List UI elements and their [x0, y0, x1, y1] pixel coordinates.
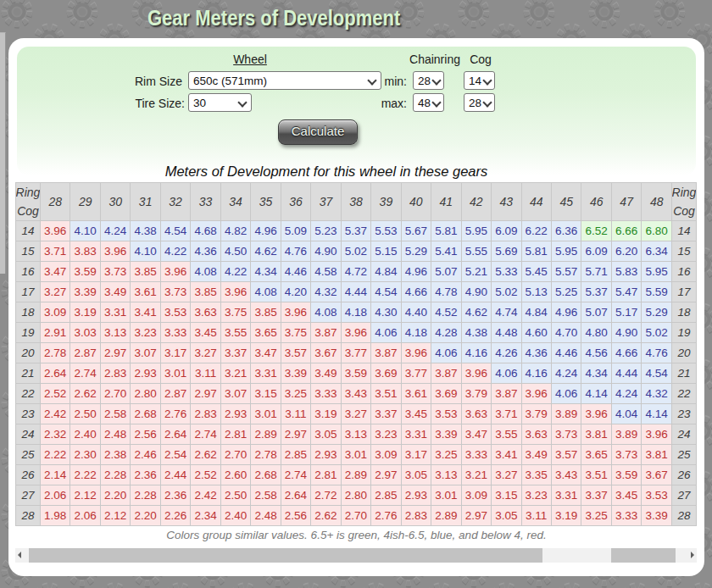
dev-cell: 2.06: [41, 485, 70, 506]
dev-cell: 5.95: [461, 221, 491, 241]
dev-cell: 4.38: [461, 323, 491, 343]
max-chainring-select[interactable]: 48: [413, 93, 444, 112]
table-row: 252.222.302.382.462.542.622.702.782.852.…: [16, 445, 697, 465]
row-cog-label: 17: [16, 282, 41, 302]
dev-cell: 3.37: [581, 485, 611, 506]
dev-cell: 4.38: [131, 221, 160, 241]
dev-cell: 3.41: [131, 302, 160, 323]
dev-cell: 2.64: [41, 363, 70, 384]
dev-cell: 4.36: [521, 343, 551, 363]
col-chainring-header: 30: [100, 183, 130, 221]
dev-cell: 3.15: [251, 384, 281, 404]
dev-cell: 2.70: [220, 445, 250, 465]
dev-cell: 2.36: [131, 465, 160, 485]
dev-cell: 5.09: [281, 221, 310, 241]
left-vertical-scrollbar[interactable]: [0, 32, 6, 274]
dev-cell: 2.58: [100, 404, 130, 424]
dev-cell: 3.57: [281, 343, 310, 363]
dev-cell: 2.81: [220, 424, 250, 445]
row-cog-label: 14: [672, 221, 697, 241]
dev-cell: 4.90: [461, 282, 491, 302]
dev-cell: 3.96: [281, 302, 310, 323]
dev-cell: 3.39: [70, 282, 100, 302]
cog-column-label: Cog: [455, 53, 506, 66]
dev-cell: 2.54: [160, 445, 190, 465]
dev-cell: 3.17: [401, 445, 431, 465]
dev-cell: 3.73: [611, 445, 641, 465]
scroll-right-button[interactable]: [683, 548, 697, 563]
dev-cell: 5.23: [311, 221, 341, 241]
dev-cell: 2.50: [70, 404, 100, 424]
dev-cell: 2.62: [191, 445, 220, 465]
dev-cell: 4.50: [220, 241, 250, 262]
row-cog-label: 14: [16, 221, 41, 241]
dev-cell: 2.42: [191, 485, 220, 506]
dev-cell: 3.63: [521, 424, 551, 445]
max-chainring-value: 48: [418, 97, 431, 109]
dev-cell: 3.13: [431, 465, 461, 485]
dev-cell: 5.55: [461, 241, 491, 262]
dev-cell: 2.74: [281, 465, 310, 485]
row-cog-label: 26: [16, 465, 41, 485]
dev-cell: 3.49: [100, 282, 130, 302]
dev-cell: 2.70: [100, 384, 130, 404]
dev-cell: 3.53: [160, 302, 190, 323]
dev-cell: 2.06: [70, 506, 100, 526]
dev-cell: 3.55: [220, 323, 250, 343]
dev-cell: 4.06: [551, 384, 581, 404]
dev-cell: 4.60: [521, 323, 551, 343]
calculate-button[interactable]: Calculate: [278, 119, 358, 145]
rim-size-select[interactable]: 650c (571mm): [188, 71, 381, 90]
row-cog-label: 17: [672, 282, 697, 302]
min-chainring-select[interactable]: 28: [413, 71, 444, 90]
dev-cell: 2.34: [191, 506, 220, 526]
dev-cell: 2.89: [341, 465, 370, 485]
dev-cell: 3.25: [431, 445, 461, 465]
dev-cell: 5.02: [341, 241, 370, 262]
dev-cell: 2.83: [100, 363, 130, 384]
dev-cell: 4.76: [642, 343, 672, 363]
dev-cell: 3.96: [461, 363, 491, 384]
dev-cell: 5.29: [642, 302, 672, 323]
development-table: RingCog282930313233343536373839404142434…: [15, 182, 697, 526]
dev-cell: 3.96: [341, 323, 370, 343]
dev-cell: 4.24: [551, 363, 581, 384]
table-row: 232.422.502.582.682.762.832.933.013.113.…: [16, 404, 697, 424]
dev-cell: 4.56: [581, 343, 611, 363]
wheel-section-label: Wheel: [225, 53, 275, 66]
tire-size-select[interactable]: 30: [188, 93, 252, 112]
dev-cell: 2.93: [401, 485, 431, 506]
table-row: 183.093.193.313.413.533.633.753.853.964.…: [16, 302, 697, 323]
max-cog-select[interactable]: 28: [464, 93, 495, 112]
dev-cell: 2.56: [281, 506, 310, 526]
row-cog-label: 27: [672, 485, 697, 506]
min-cog-select[interactable]: 14: [464, 71, 495, 90]
row-cog-label: 23: [16, 404, 41, 424]
dev-cell: 3.65: [251, 323, 281, 343]
col-chainring-header: 31: [131, 183, 160, 221]
dev-cell: 4.18: [341, 302, 370, 323]
dev-cell: 4.10: [131, 241, 160, 262]
col-chainring-header: 40: [401, 183, 431, 221]
dev-cell: 5.81: [431, 221, 461, 241]
page-title: Gear Meters of Development: [147, 6, 400, 31]
scroll-left-button[interactable]: [15, 548, 29, 563]
dev-cell: 4.58: [311, 262, 341, 282]
dev-cell: 3.27: [492, 465, 521, 485]
row-cog-label: 21: [672, 363, 697, 384]
horizontal-scrollbar[interactable]: [15, 548, 697, 563]
dev-cell: 4.66: [611, 343, 641, 363]
ring-cog-corner-cell: RingCog: [16, 183, 41, 221]
scrollbar-thumb[interactable]: [29, 548, 542, 563]
chevron-down-icon: [482, 75, 492, 85]
row-cog-label: 19: [16, 323, 41, 343]
dev-cell: 4.46: [281, 262, 310, 282]
dev-cell: 3.85: [251, 302, 281, 323]
row-cog-label: 24: [672, 424, 697, 445]
table-row: 153.713.833.964.104.224.364.504.624.764.…: [16, 241, 697, 262]
scrollbar-thumb-secondary[interactable]: [611, 548, 676, 563]
col-chainring-header: 42: [461, 183, 491, 221]
dev-cell: 6.80: [642, 221, 672, 241]
dev-cell: 2.36: [160, 485, 190, 506]
row-cog-label: 15: [672, 241, 697, 262]
